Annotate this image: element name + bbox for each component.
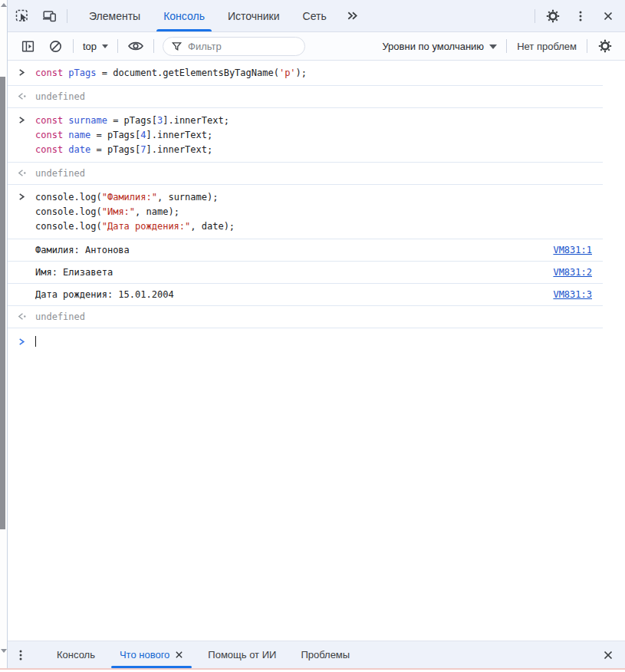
devtools-main-toolbar: ЭлементыКонсольИсточникиСеть — [8, 0, 625, 32]
source-link[interactable]: VM831:1 — [553, 243, 592, 258]
log-line: Дата рождения: 15.01.2004VM831:3 — [35, 288, 592, 302]
drawer-tab-Что нового[interactable]: Что нового — [107, 641, 196, 668]
log-message: Имя: Елизавета — [35, 265, 544, 280]
close-icon — [602, 10, 614, 22]
source-link[interactable]: VM831:2 — [553, 265, 592, 280]
toolbar-divider — [153, 39, 154, 53]
panel-tab-label: Источники — [228, 10, 280, 22]
toolbar-divider — [587, 39, 587, 53]
prompt-input-area[interactable] — [35, 335, 592, 350]
command-code: const surname = pTags[3].innerText;const… — [35, 114, 592, 157]
context-selector-label: top — [83, 41, 97, 52]
console-command: console.log("Фамилия:", surname);console… — [8, 185, 603, 239]
page-scrollbar[interactable] — [0, 0, 7, 668]
toolbar-divider — [506, 39, 507, 53]
log-message: Фамилия: Антонова — [35, 243, 544, 258]
devtools-window: ЭлементыКонсольИсточникиСеть — [0, 0, 625, 672]
inspect-element-button[interactable] — [8, 0, 35, 31]
source-link[interactable]: VM831:3 — [553, 288, 592, 302]
console-sidebar-toggle-button[interactable] — [14, 32, 41, 60]
drawer-toolbar: КонсольЧто новогоПомощь от ИИПроблемы — [8, 641, 625, 668]
console-messages: const pTags = document.getElementsByTagN… — [8, 61, 625, 641]
gear-icon — [545, 8, 561, 24]
clear-console-button[interactable] — [41, 32, 69, 60]
prompt-chevron-icon — [17, 335, 35, 347]
context-selector[interactable]: top — [77, 41, 113, 52]
log-levels-label: Уровни по умолчанию — [382, 41, 484, 52]
settings-button[interactable] — [539, 0, 567, 31]
drawer-close-button[interactable] — [594, 641, 622, 668]
command-chevron-icon — [17, 190, 35, 202]
drawer-tab-Проблемы[interactable]: Проблемы — [288, 641, 362, 668]
log-gutter — [17, 243, 35, 245]
console-command: const surname = pTags[3].innerText;const… — [8, 108, 603, 163]
kebab-menu-icon — [574, 10, 587, 22]
console-result: undefined — [8, 306, 603, 328]
drawer-tab-label: Помощь от ИИ — [208, 649, 276, 660]
issues-counter[interactable]: Нет проблем — [511, 41, 583, 52]
command-chevron-icon — [17, 66, 35, 77]
more-tabs-button[interactable] — [338, 0, 367, 31]
drawer-tab-label: Что нового — [120, 649, 169, 660]
console-result: undefined — [8, 163, 603, 185]
result-arrow-icon — [17, 90, 35, 101]
close-icon — [602, 649, 614, 661]
live-expression-eye-button[interactable] — [122, 32, 150, 60]
log-line: Фамилия: АнтоноваVM831:1 — [35, 243, 592, 258]
result-arrow-icon — [17, 310, 35, 321]
result-arrow-icon — [17, 166, 35, 178]
drawer-menu-button[interactable] — [8, 641, 34, 668]
chevron-down-icon — [102, 44, 108, 48]
device-toolbar-button[interactable] — [35, 0, 63, 31]
panel-tab-Сеть[interactable]: Сеть — [291, 0, 338, 31]
panel-tabs: ЭлементыКонсольИсточникиСеть — [77, 0, 338, 31]
console-log-row: Имя: ЕлизаветаVM831:2 — [8, 262, 603, 284]
log-gutter — [17, 265, 35, 267]
command-chevron-icon — [17, 114, 35, 125]
log-line: Имя: ЕлизаветаVM831:2 — [35, 265, 592, 280]
drawer-tab-label: Консоль — [57, 649, 95, 660]
console-command: const pTags = document.getElementsByTagN… — [8, 61, 603, 86]
scrollbar-up-arrow-icon[interactable] — [1, 3, 7, 7]
panel-tab-Консоль[interactable]: Консоль — [152, 0, 216, 31]
scrollbar-thumb[interactable] — [0, 77, 5, 529]
panel-tab-label: Элементы — [89, 10, 140, 22]
result-value: undefined — [35, 310, 592, 324]
device-toolbar-icon — [42, 8, 57, 23]
eye-icon — [127, 38, 144, 54]
console-sidebar-icon — [21, 39, 35, 54]
toolbar-divider — [117, 39, 118, 53]
drawer-tab-Помощь от ИИ[interactable]: Помощь от ИИ — [196, 641, 288, 668]
filter-funnel-icon — [171, 41, 183, 52]
console-result: undefined — [8, 86, 603, 108]
drawer-tabs: КонсольЧто новогоПомощь от ИИПроблемы — [44, 641, 362, 668]
console-log-row: Фамилия: АнтоноваVM831:1 — [8, 239, 603, 262]
gear-icon — [597, 38, 613, 54]
block-icon — [48, 39, 63, 54]
kebab-menu-icon — [15, 649, 27, 661]
filter-input[interactable] — [188, 41, 297, 52]
devtools-panel: ЭлементыКонсольИсточникиСеть — [7, 0, 625, 668]
scrollbar-down-arrow-icon[interactable] — [1, 649, 7, 653]
result-value: undefined — [35, 90, 592, 104]
inspect-cursor-icon — [15, 8, 29, 23]
text-cursor — [35, 336, 36, 347]
command-code: console.log("Фамилия:", surname);console… — [35, 190, 592, 234]
drawer-tab-Консоль[interactable]: Консоль — [44, 641, 107, 668]
toolbar-divider — [535, 9, 535, 23]
console-filter[interactable] — [163, 37, 305, 56]
panel-tab-Элементы[interactable]: Элементы — [77, 0, 152, 31]
more-tabs-chevron-icon — [346, 9, 359, 22]
devtools-menu-button[interactable] — [567, 0, 594, 31]
console-prompt[interactable] — [8, 328, 603, 353]
panel-tab-Источники[interactable]: Источники — [216, 0, 291, 31]
toolbar-divider — [73, 39, 74, 53]
command-code: const pTags = document.getElementsByTagN… — [35, 66, 592, 81]
devtools-close-button[interactable] — [594, 0, 622, 31]
result-value: undefined — [35, 166, 592, 181]
panel-tab-label: Консоль — [163, 10, 205, 22]
console-settings-button[interactable] — [591, 32, 619, 60]
active-tab-underline — [156, 29, 212, 31]
close-tab-icon[interactable] — [175, 651, 183, 659]
log-levels-dropdown[interactable]: Уровни по умолчанию — [377, 41, 502, 52]
